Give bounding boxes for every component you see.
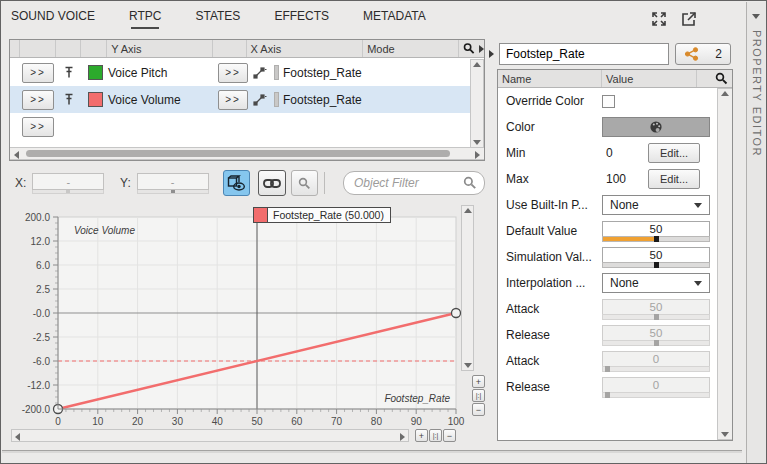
game-parameter-panel: 2 Name Value Override ColorColorMin0Edit…: [489, 39, 735, 449]
link-button[interactable]: [258, 170, 286, 196]
property-value: 100: [602, 172, 648, 186]
column-header-value[interactable]: Value: [602, 70, 697, 87]
zoom-fit-x-button[interactable]: |:|: [429, 429, 442, 442]
spin-value[interactable]: 50: [602, 247, 710, 262]
y-axis-selector-button[interactable]: >>: [22, 63, 54, 83]
tab-states[interactable]: STATES: [195, 9, 240, 29]
property-row: Attack50: [498, 296, 717, 322]
popout-icon[interactable]: [679, 9, 699, 29]
tab-sound-voice[interactable]: SOUND VOICE: [11, 9, 95, 29]
edit-button[interactable]: Edit...: [648, 169, 700, 189]
pin-icon[interactable]: [56, 93, 82, 106]
column-header-x-axis[interactable]: X Axis: [247, 40, 364, 57]
property-spin-field: 50: [602, 299, 710, 320]
property-label: Attack: [498, 302, 602, 316]
svg-text:90: 90: [411, 416, 423, 427]
tab-effects[interactable]: EFFECTS: [274, 9, 329, 29]
rtpc-table-vscrollbar[interactable]: [470, 59, 484, 148]
table-search-icon[interactable]: [459, 40, 479, 57]
y-coordinate-field[interactable]: -: [137, 173, 209, 190]
property-label: Interpolation ...: [498, 276, 602, 290]
rtpc-curve-canvas[interactable]: 200.012.06.02.5-0.0-2.5-6.0-12.0-200.001…: [9, 205, 485, 445]
rtpc-graph-area: 200.012.06.02.5-0.0-2.5-6.0-12.0-200.001…: [9, 205, 485, 445]
graph-vscrollbar[interactable]: [461, 205, 474, 371]
svg-text:-12.0: -12.0: [27, 380, 50, 391]
property-label: Release: [498, 328, 602, 342]
tab-metadata[interactable]: METADATA: [363, 9, 426, 29]
chevron-down-icon: [694, 203, 702, 208]
slider-track[interactable]: [602, 236, 710, 242]
spin-value: 0: [602, 351, 710, 366]
rtpc-curve-icon: [250, 94, 270, 106]
rtpc-curve-icon: [250, 67, 270, 79]
y-axis-selector-button[interactable]: >>: [22, 90, 54, 110]
property-row: Release50: [498, 322, 717, 348]
palette-icon: [648, 119, 664, 135]
side-strip-title: PROPERTY EDITOR: [751, 30, 763, 157]
slider-marker[interactable]: [654, 236, 659, 242]
hscrollbar-thumb[interactable]: [26, 150, 450, 157]
properties-search-icon[interactable]: [697, 70, 732, 87]
slider-track: [602, 340, 710, 346]
y-axis-property-name: Voice Volume: [108, 93, 216, 107]
horizontal-splitter[interactable]: [2, 450, 742, 453]
svg-text:70: 70: [331, 416, 343, 427]
tab-bar: SOUND VOICE RTPC STATES EFFECTS METADATA: [11, 9, 426, 29]
column-header-name[interactable]: Name: [498, 70, 602, 87]
panel-collapse-icon[interactable]: [489, 50, 494, 58]
slider-marker[interactable]: [654, 262, 659, 268]
zoom-out-x-button[interactable]: −: [443, 429, 456, 442]
properties-vscrollbar[interactable]: [717, 88, 732, 440]
zoom-out-y-button[interactable]: −: [472, 403, 485, 416]
pin-icon[interactable]: [56, 66, 82, 79]
svg-text:Footstep_Rate: Footstep_Rate: [384, 393, 450, 404]
color-picker-button[interactable]: [602, 117, 710, 137]
slider-marker: [654, 314, 659, 320]
property-dropdown[interactable]: None: [602, 273, 710, 293]
tab-rtpc[interactable]: RTPC: [129, 9, 161, 29]
x-axis-parameter-name: Footstep_Rate: [283, 93, 362, 107]
add-rtpc-button[interactable]: >>: [22, 117, 54, 137]
column-header-y-axis[interactable]: Y Axis: [107, 40, 213, 57]
property-spin-field: 0: [602, 377, 710, 398]
property-label: Simulation Val...: [498, 250, 602, 264]
expand-icon[interactable]: [649, 9, 669, 29]
column-header-mode[interactable]: Mode: [363, 40, 459, 57]
rtpc-row-voice-pitch[interactable]: >> Voice Pitch >> Footstep_Rate: [10, 59, 471, 86]
spin-value: 0: [602, 377, 710, 392]
y-axis-property-name: Voice Pitch: [108, 66, 216, 80]
spin-value[interactable]: 50: [602, 221, 710, 236]
game-parameter-name-field[interactable]: [499, 43, 669, 65]
property-dropdown[interactable]: None: [602, 195, 710, 215]
property-row: Color: [498, 114, 717, 140]
search-curve-button[interactable]: [291, 170, 319, 196]
property-label: Override Color: [498, 94, 602, 108]
property-spin-field[interactable]: 50: [602, 247, 710, 268]
zoom-in-x-button[interactable]: +: [415, 429, 428, 442]
svg-text:40: 40: [212, 416, 224, 427]
x-axis-selector-button[interactable]: >>: [218, 90, 248, 110]
collapse-arrow-icon: [752, 14, 760, 19]
slider-track[interactable]: [602, 262, 710, 268]
zoom-in-y-button[interactable]: +: [472, 375, 485, 388]
slider-marker: [654, 340, 659, 346]
property-editor-side-strip[interactable]: PROPERTY EDITOR: [746, 2, 767, 463]
game-parameter-icon: [274, 92, 279, 107]
svg-text:6.0: 6.0: [36, 260, 50, 271]
rtpc-row-voice-volume[interactable]: >> Voice Volume >> Footstep_Rate: [10, 86, 471, 113]
share-button[interactable]: 2: [675, 43, 731, 65]
x-axis-selector-button[interactable]: >>: [218, 63, 248, 83]
edit-button[interactable]: Edit...: [648, 143, 700, 163]
svg-text:60: 60: [291, 416, 303, 427]
graph-hscrollbar[interactable]: [11, 429, 409, 442]
dropdown-value: None: [610, 198, 639, 212]
rtpc-table-hscrollbar[interactable]: [10, 147, 484, 160]
override-color-checkbox[interactable]: [602, 95, 615, 108]
zoom-fit-y-button[interactable]: |:|: [472, 389, 485, 402]
header-overflow-icon[interactable]: [479, 45, 484, 53]
show-game-object-button[interactable]: [223, 170, 251, 196]
property-spin-field[interactable]: 50: [602, 221, 710, 242]
svg-text:2.5: 2.5: [36, 284, 50, 295]
x-coordinate-field[interactable]: -: [32, 173, 104, 190]
x-axis-parameter-name: Footstep_Rate: [283, 66, 362, 80]
